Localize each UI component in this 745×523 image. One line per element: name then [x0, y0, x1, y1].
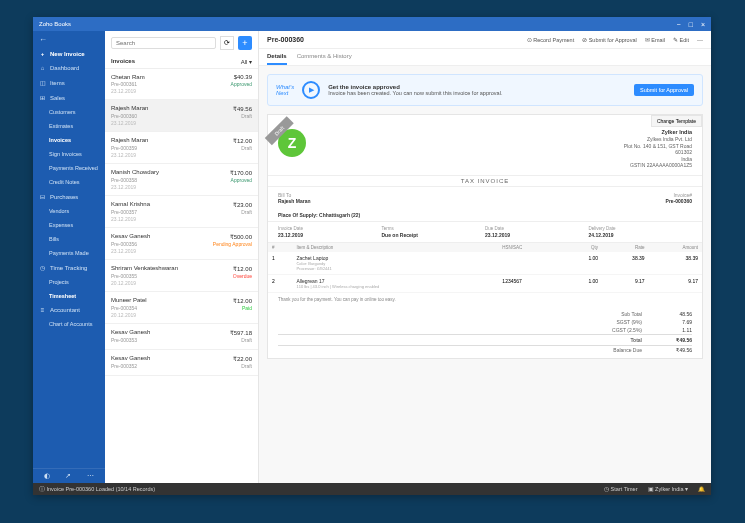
invoice-list-item[interactable]: Kesav Ganesh₹22.00 Pre-000352Draft: [105, 350, 258, 376]
detail-action[interactable]: ✉ Email: [645, 37, 665, 43]
sidebar-sub[interactable]: Vendors: [33, 204, 105, 218]
list-title: Invoices: [111, 58, 135, 65]
bell-icon[interactable]: 🔔: [698, 486, 705, 492]
sidebar-sub[interactable]: Estimates: [33, 119, 105, 133]
sidebar-group[interactable]: ⊟Purchases: [33, 189, 105, 204]
detail-panel: Pre-000360 ⊙ Record Payment⊘ Submit for …: [259, 31, 711, 483]
sb-bottom-1[interactable]: ◐: [44, 472, 50, 480]
banner-body: Invoice has been created. You can now su…: [328, 90, 502, 96]
place-of-supply: Place Of Supply: Chhattisgarh (22): [268, 209, 702, 222]
company-info: Zylker India Zylkes India Pvt. Ltd Plot …: [624, 129, 692, 169]
tax-invoice-title: TAX INVOICE: [268, 175, 702, 187]
sidebar: ← +New Invoice ⌂Dashboard◫Items⊞SalesCus…: [33, 31, 105, 483]
invoice-list-item[interactable]: Kamal Krishna₹23.00 Pre-000357Draft 23.1…: [105, 196, 258, 228]
titlebar: Zoho Books − □ ×: [33, 17, 711, 31]
sidebar-sub[interactable]: Invoices: [33, 133, 105, 147]
invoice-list-item[interactable]: Chetan Ram$40.39 Pre-000361Approved 23.1…: [105, 69, 258, 100]
add-button[interactable]: +: [238, 36, 252, 50]
close-icon[interactable]: ×: [701, 21, 705, 28]
detail-action[interactable]: ⋯: [697, 37, 703, 43]
sidebar-sub[interactable]: Expenses: [33, 218, 105, 232]
sidebar-sub[interactable]: Credit Notes: [33, 175, 105, 189]
list-filter[interactable]: All ▾: [241, 58, 252, 65]
sidebar-sub[interactable]: Payments Received: [33, 161, 105, 175]
refresh-button[interactable]: ⟳: [220, 36, 234, 50]
sidebar-item[interactable]: ⌂Dashboard: [33, 61, 105, 75]
org-switcher[interactable]: ▣ Zylker India ▾: [648, 486, 688, 492]
statusbar: ⓘ Invoice Pre-000360 Loaded (10/14 Recor…: [33, 483, 711, 495]
status-left: ⓘ Invoice Pre-000360 Loaded (10/14 Recor…: [39, 486, 155, 493]
sidebar-sub[interactable]: Sign Invoices: [33, 147, 105, 161]
detail-action[interactable]: ⊙ Record Payment: [527, 37, 575, 43]
invoice-list-item[interactable]: Rajesh Maran₹49.56 Pre-000360Draft 23.12…: [105, 100, 258, 132]
invoice-list-item[interactable]: Shriram Venkateshwaran₹12.00 Pre-000355O…: [105, 260, 258, 292]
play-icon: ▶: [302, 81, 320, 99]
app-title: Zoho Books: [39, 21, 71, 27]
minimize-icon[interactable]: −: [677, 21, 681, 28]
maximize-icon[interactable]: □: [689, 21, 693, 28]
sb-bottom-2[interactable]: ↗: [65, 472, 71, 480]
sb-bottom-3[interactable]: ⋯: [87, 472, 94, 480]
start-timer[interactable]: ◷ Start Timer: [604, 486, 637, 492]
change-template-button[interactable]: Change Template: [651, 115, 702, 127]
table-row: 1Zachet LaptopColor: BurgundyProcessor: …: [268, 252, 702, 275]
whats-next-label: What's Next: [276, 84, 294, 96]
tab-comments[interactable]: Comments & History: [297, 49, 352, 65]
sidebar-group[interactable]: ◷Time Tracking: [33, 260, 105, 275]
sidebar-sub[interactable]: Chart of Accounts: [33, 317, 105, 331]
detail-action[interactable]: ⊘ Submit for Approval: [582, 37, 637, 43]
invoice-list-item[interactable]: Kesav Ganesh₹500.00 Pre-000356Pending Ap…: [105, 228, 258, 260]
thanks-note: Thank you for the payment. You can pay i…: [268, 293, 702, 306]
detail-title: Pre-000360: [267, 36, 304, 43]
submit-approval-button[interactable]: Submit for Approval: [634, 84, 694, 96]
detail-action[interactable]: ✎ Edit: [673, 37, 689, 43]
sidebar-sub[interactable]: Payments Made: [33, 246, 105, 260]
tab-details[interactable]: Details: [267, 49, 287, 65]
approval-banner: What's Next ▶ Get the invoice approved I…: [267, 74, 703, 106]
invoice-preview: Change Template Draft Z Zylker India Zyl…: [267, 114, 703, 359]
sidebar-item[interactable]: ◫Items: [33, 75, 105, 90]
sidebar-sub[interactable]: Customers: [33, 105, 105, 119]
table-row: 2Allegrean 17110 lbs | 43.0 inch | Wirel…: [268, 274, 702, 292]
invoice-list-panel: ⟳ + Invoices All ▾ Chetan Ram$40.39 Pre-…: [105, 31, 259, 483]
sidebar-group[interactable]: ⊞Sales: [33, 90, 105, 105]
new-invoice-button[interactable]: +New Invoice: [33, 47, 105, 61]
sidebar-sub[interactable]: Timesheet: [33, 289, 105, 303]
line-items-table: #Item & DescriptionHSN/SACQtyRateAmount …: [268, 243, 702, 293]
sidebar-sub[interactable]: Bills: [33, 232, 105, 246]
back-icon[interactable]: ←: [39, 35, 47, 44]
invoice-list-item[interactable]: Manish Chowdary₹170.00 Pre-000358Approve…: [105, 164, 258, 196]
sidebar-sub[interactable]: Projects: [33, 275, 105, 289]
invoice-list-item[interactable]: Rajesh Maran₹12.00 Pre-000359Draft 23.12…: [105, 132, 258, 164]
sidebar-group[interactable]: ≡Accountant: [33, 303, 105, 317]
invoice-list-item[interactable]: Muneer Patel₹12.00 Pre-000354Paid 20.12.…: [105, 292, 258, 324]
invoice-list-item[interactable]: Kesav Ganesh₹597.18 Pre-000353Draft: [105, 324, 258, 350]
sidebar-bottom: ◐ ↗ ⋯: [33, 468, 105, 483]
search-input[interactable]: [111, 37, 216, 49]
